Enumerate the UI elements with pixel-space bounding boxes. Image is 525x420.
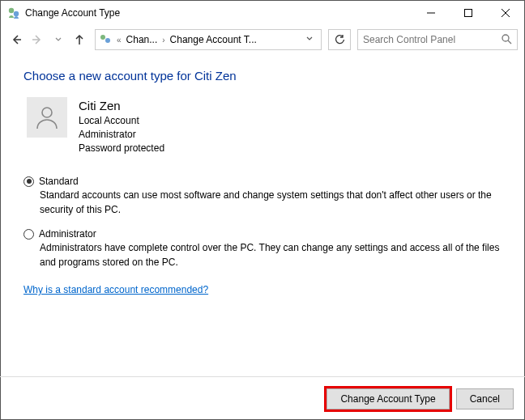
window-title: Change Account Type [25, 7, 412, 19]
minimize-button[interactable] [412, 1, 450, 25]
svg-line-12 [508, 40, 511, 44]
user-summary: Citi Zen Local Account Administrator Pas… [27, 97, 502, 155]
address-bar[interactable]: « Chan... › Change Account T... [95, 29, 322, 50]
radio-administrator[interactable] [23, 229, 34, 240]
recent-dropdown[interactable] [49, 31, 67, 49]
content-area: Choose a new account type for Citi Zen C… [1, 54, 524, 295]
svg-point-10 [105, 38, 110, 43]
chevron-right-icon: › [160, 36, 166, 45]
up-button[interactable] [70, 31, 88, 49]
breadcrumb-item[interactable]: Chan... [126, 34, 158, 45]
refresh-button[interactable] [328, 29, 351, 50]
footer: Change Account Type Cancel [0, 376, 525, 420]
avatar [27, 97, 67, 138]
svg-point-0 [9, 8, 14, 13]
user-role: Administrator [79, 128, 164, 142]
maximize-button[interactable] [450, 1, 487, 25]
option-label: Standard [39, 176, 79, 187]
option-description: Administrators have complete control ove… [40, 241, 502, 269]
radio-standard[interactable] [23, 176, 34, 187]
option-administrator[interactable]: Administrator Administrators have comple… [23, 228, 502, 269]
control-panel-icon [99, 33, 112, 46]
back-button[interactable] [7, 31, 25, 49]
app-icon [7, 6, 20, 19]
search-input[interactable] [363, 34, 501, 45]
svg-rect-3 [465, 10, 472, 17]
svg-point-1 [14, 11, 19, 16]
option-label: Administrator [39, 228, 96, 240]
user-password-status: Password protected [79, 142, 164, 155]
user-account-type: Local Account [79, 114, 164, 128]
cancel-button[interactable]: Cancel [456, 388, 514, 409]
svg-point-9 [100, 35, 105, 40]
window-controls [412, 1, 524, 25]
help-link[interactable]: Why is a standard account recommended? [23, 284, 208, 295]
search-box[interactable] [357, 29, 518, 50]
user-info: Citi Zen Local Account Administrator Pas… [79, 97, 164, 155]
account-type-options: Standard Standard accounts can use most … [23, 176, 502, 269]
option-description: Standard accounts can use most software … [40, 189, 502, 217]
titlebar: Change Account Type [1, 1, 524, 25]
forward-button[interactable] [28, 31, 46, 49]
page-heading: Choose a new account type for Citi Zen [23, 69, 502, 83]
chevron-left-icon: « [115, 36, 123, 45]
svg-point-13 [42, 108, 52, 117]
change-account-type-button[interactable]: Change Account Type [327, 388, 449, 409]
navigation-bar: « Chan... › Change Account T... [1, 25, 524, 54]
search-icon[interactable] [501, 33, 512, 47]
breadcrumb-item[interactable]: Change Account T... [170, 34, 257, 45]
close-button[interactable] [487, 1, 524, 25]
address-dropdown[interactable] [301, 34, 318, 45]
user-name: Citi Zen [79, 97, 164, 114]
option-standard[interactable]: Standard Standard accounts can use most … [23, 176, 502, 217]
svg-point-11 [502, 35, 509, 41]
